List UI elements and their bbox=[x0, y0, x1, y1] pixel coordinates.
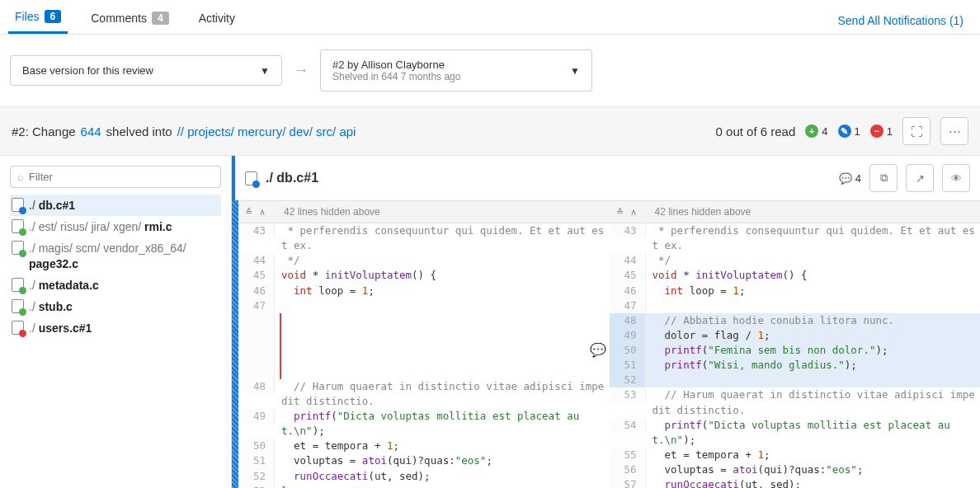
code-line[interactable]: 54 printf("Dicta voluptas mollitia est p… bbox=[610, 418, 981, 448]
hidden-above-bar: ≙ ∧ 42 lines hidden above bbox=[238, 201, 610, 223]
expand-all-icon[interactable]: ≙ bbox=[245, 207, 252, 218]
code-text: printf("Dicta voluptas mollitia est plac… bbox=[646, 418, 981, 448]
left-pane: ≙ ∧ 42 lines hidden above 43 * perferend… bbox=[238, 200, 610, 488]
code-line[interactable]: 45void * initVoluptatem() { bbox=[610, 268, 981, 283]
line-number: 47 bbox=[238, 298, 275, 313]
line-number: 50 bbox=[610, 343, 646, 358]
chevron-down-icon: ▼ bbox=[570, 65, 580, 77]
file-item[interactable]: ./ est/ risus/ jira/ xgen/ rmi.c bbox=[10, 216, 221, 237]
target-subtitle: Shelved in 644 7 months ago bbox=[332, 71, 460, 82]
code-line[interactable]: 43 * perferendis consequuntur qui quidem… bbox=[238, 223, 610, 253]
code-line[interactable]: 47 bbox=[610, 298, 981, 313]
change-info-bar: #2: Change 644 shelved into // projects/… bbox=[0, 106, 980, 156]
code-line[interactable]: 55 et = tempora + 1; bbox=[610, 448, 981, 462]
code-line[interactable]: 44 */ bbox=[238, 253, 610, 268]
read-count: 0 out of 6 read bbox=[716, 124, 796, 138]
code-line[interactable]: 46 int loop = 1; bbox=[610, 284, 981, 298]
file-item[interactable]: ./ metadata.c bbox=[10, 274, 221, 296]
code-text: et = tempora + 1; bbox=[275, 439, 610, 453]
line-number: 46 bbox=[610, 284, 646, 298]
add-count: +4 bbox=[805, 124, 827, 138]
right-pane: ≙ ∧ 42 lines hidden above 43 * perferend… bbox=[610, 200, 981, 488]
hidden-above-text: 42 lines hidden above bbox=[655, 206, 751, 218]
code-line[interactable]: 53} bbox=[238, 484, 610, 488]
base-version-dropdown[interactable]: Base version for this review ▼ bbox=[10, 55, 282, 86]
code-text: void * initVoluptatem() { bbox=[275, 268, 610, 283]
path-segment[interactable]: dev/ bbox=[290, 124, 317, 138]
line-number: 43 bbox=[238, 223, 275, 238]
hidden-above-bar: ≙ ∧ 42 lines hidden above bbox=[610, 201, 981, 223]
line-number: 47 bbox=[610, 298, 646, 313]
file-item[interactable]: ./ users.c#1 bbox=[10, 317, 221, 339]
code-text: // Harum quaerat in distinctio vitae adi… bbox=[646, 387, 981, 417]
line-number: 50 bbox=[238, 439, 275, 453]
code-line[interactable]: 49 printf("Dicta voluptas mollitia est p… bbox=[238, 409, 610, 439]
diff-minimap[interactable] bbox=[232, 200, 238, 488]
filter-input[interactable] bbox=[29, 171, 214, 183]
tab-comments-count: 4 bbox=[152, 12, 169, 25]
expand-up-icon[interactable]: ∧ bbox=[630, 207, 637, 218]
code-line[interactable]: 48 // Abbatia hodie conubia litora nunc. bbox=[610, 313, 981, 328]
code-line[interactable]: 43 * perferendis consequuntur qui quidem… bbox=[610, 223, 981, 253]
code-line[interactable]: 53 // Harum quaerat in distinctio vitae … bbox=[610, 387, 981, 417]
expand-up-icon[interactable]: ∧ bbox=[259, 207, 266, 218]
file-path: ./ db.c#1 bbox=[29, 198, 75, 213]
file-item[interactable]: ./ magis/ scm/ vendor_x86_64/ page32.c bbox=[10, 237, 221, 274]
code-line[interactable]: 52 bbox=[610, 373, 981, 387]
file-edit-icon bbox=[12, 198, 24, 212]
line-number: 44 bbox=[238, 253, 275, 268]
tab-comments[interactable]: Comments 4 bbox=[84, 8, 175, 33]
comment-icon[interactable]: 💬 bbox=[590, 340, 606, 359]
path-segment[interactable]: src/ bbox=[316, 124, 339, 138]
line-number: 45 bbox=[238, 268, 275, 283]
open-external-button[interactable]: ↗ bbox=[906, 164, 934, 192]
delete-count: −1 bbox=[870, 124, 893, 138]
code-line[interactable]: 44 */ bbox=[610, 253, 981, 268]
view-toggle-button[interactable]: 👁 bbox=[942, 164, 970, 192]
code-text: * perferendis consequuntur qui quidem. E… bbox=[646, 223, 981, 253]
line-number: 49 bbox=[238, 409, 275, 424]
code-line[interactable]: 49 dolor = flag / 1; bbox=[610, 328, 981, 343]
code-line[interactable]: 56 voluptas = atoi(qui)?quas:"eos"; bbox=[610, 462, 981, 477]
code-line[interactable]: 50 et = tempora + 1; bbox=[238, 439, 610, 453]
code-line[interactable]: 45void * initVoluptatem() { bbox=[238, 268, 610, 283]
more-button[interactable]: ⋯ bbox=[940, 117, 968, 145]
code-line[interactable]: 48 // Harum quaerat in distinctio vitae … bbox=[238, 379, 610, 409]
code-text: runOccaecati(ut, sed); bbox=[646, 477, 981, 488]
copy-button[interactable]: ⧉ bbox=[869, 164, 898, 192]
code-line[interactable]: 51 printf("Wisi, mando gladius."); bbox=[610, 358, 981, 373]
path-segment[interactable]: api bbox=[339, 124, 356, 138]
tab-activity[interactable]: Activity bbox=[192, 8, 242, 33]
change-link[interactable]: 644 bbox=[81, 124, 101, 138]
file-add-icon bbox=[12, 241, 24, 255]
tab-label: Files bbox=[15, 10, 40, 23]
tab-files[interactable]: Files 6 bbox=[8, 7, 68, 34]
file-path: ./ est/ risus/ jira/ xgen/ rmi.c bbox=[29, 219, 172, 234]
code-line[interactable]: 52 runOccaecati(ut, sed); bbox=[238, 469, 610, 484]
code-text: printf("Dicta voluptas mollitia est plac… bbox=[275, 409, 610, 439]
file-edit-icon bbox=[245, 171, 257, 185]
expand-all-icon[interactable]: ≙ bbox=[616, 207, 624, 218]
diff-file-title: ./ db.c#1 bbox=[266, 171, 318, 185]
code-line[interactable]: 47 bbox=[238, 298, 610, 313]
code-line[interactable]: 💬50 printf("Femina sem bis non dolor."); bbox=[610, 343, 981, 358]
path-segment[interactable]: mercury/ bbox=[238, 124, 290, 138]
fullscreen-button[interactable]: ⛶ bbox=[902, 117, 931, 145]
send-all-notifications-link[interactable]: Send All Notifications (1) bbox=[837, 14, 972, 27]
code-line[interactable]: 51 voluptas = atoi(qui)?quas:"eos"; bbox=[238, 453, 610, 468]
comment-icon: 💬 bbox=[839, 172, 852, 185]
file-item[interactable]: ./ stub.c bbox=[10, 296, 221, 317]
code-line[interactable]: 46 int loop = 1; bbox=[238, 284, 610, 298]
code-text: printf("Femina sem bis non dolor."); bbox=[646, 343, 981, 358]
target-version-dropdown[interactable]: #2 by Allison Clayborne Shelved in 644 7… bbox=[320, 49, 592, 92]
code-text: */ bbox=[275, 253, 610, 268]
line-number: 53 bbox=[610, 387, 646, 402]
file-list: ./ db.c#1./ est/ risus/ jira/ xgen/ rmi.… bbox=[10, 195, 221, 339]
arrow-right-icon: → bbox=[294, 62, 309, 79]
file-item[interactable]: ./ db.c#1 bbox=[10, 195, 221, 216]
file-comments-count[interactable]: 💬4 bbox=[839, 172, 861, 185]
file-filter[interactable]: ⌕ bbox=[10, 166, 221, 188]
code-line[interactable]: 57 runOccaecati(ut, sed); bbox=[610, 477, 981, 488]
plus-icon: + bbox=[805, 124, 818, 138]
path-segment[interactable]: // projects/ bbox=[177, 124, 238, 138]
